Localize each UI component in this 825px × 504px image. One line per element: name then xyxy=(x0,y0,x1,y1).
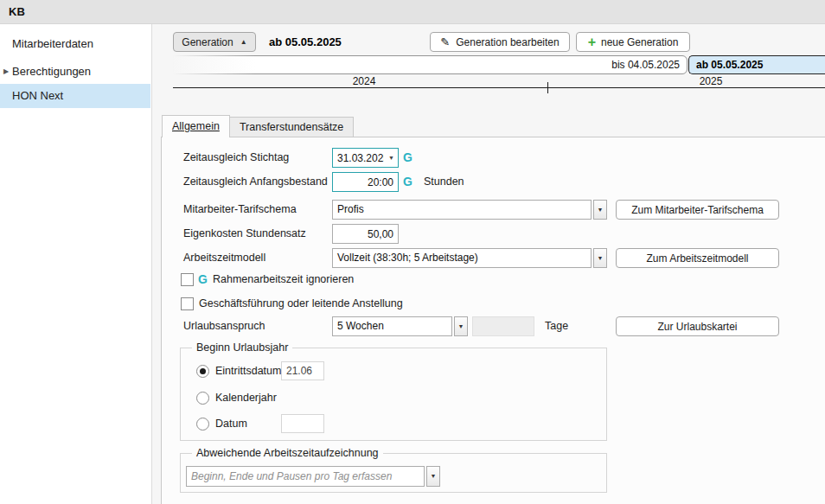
tarifschema-label: Mitarbeiter-Tarifschema xyxy=(183,200,297,220)
kalenderjahr-label: Kalenderjahr xyxy=(215,392,277,404)
arbeitszeitmodell-combobox[interactable]: Vollzeit (38:30h; 5 Arbeitstage) xyxy=(332,248,592,268)
timeline-segment-previous[interactable]: bis 04.05.2025 xyxy=(173,55,688,74)
tab-label: Allgemein xyxy=(172,120,220,132)
urlaubsanspruch-value: 5 Wochen xyxy=(337,320,384,332)
anfangsbestand-input[interactable] xyxy=(332,172,399,192)
chevron-down-icon[interactable]: ▼ xyxy=(388,149,394,167)
button-label: Zum Arbeitszeitmodell xyxy=(646,252,748,265)
eigenkosten-input[interactable] xyxy=(332,224,399,244)
sidebar-item-label: HON Next xyxy=(12,89,63,102)
beginn-urlaubsjahr-legend: Beginn Urlaubsjahr xyxy=(192,341,292,355)
urlaubsanspruch-label: Urlaubsanspruch xyxy=(183,316,265,336)
eintrittsdatum-label: Eintrittsdatum xyxy=(215,365,281,377)
title-bar: KB xyxy=(0,0,825,24)
zum-arbeitszeitmodell-button[interactable]: Zum Arbeitszeitmodell xyxy=(616,248,779,268)
generation-button-label: Generation xyxy=(182,36,233,48)
timeline-segment-label: ab 05.05.2025 xyxy=(696,59,763,71)
timeline-segment-label: bis 04.05.2025 xyxy=(611,59,680,71)
app-window: KB Mitarbeiterdaten ▶ Berechtigungen HON… xyxy=(0,0,825,504)
datum-input[interactable] xyxy=(281,414,324,433)
plus-icon: + xyxy=(588,35,596,49)
new-generation-label: neue Generation xyxy=(601,36,678,48)
beginn-urlaubsjahr-group: Beginn Urlaubsjahr Eintrittsdatum Kalend… xyxy=(180,348,607,441)
sidebar-item-berechtigungen[interactable]: ▶ Berechtigungen xyxy=(0,61,150,83)
tarifschema-dropdown-button[interactable]: ▼ xyxy=(593,200,607,220)
edit-generation-button[interactable]: ✎ Generation bearbeiten xyxy=(430,32,570,52)
pencil-icon: ✎ xyxy=(440,35,450,48)
tarifschema-value: Profis xyxy=(337,203,364,215)
year-label-2024: 2024 xyxy=(338,75,390,87)
arbeitszeitaufzeichnung-combobox[interactable]: Beginn, Ende und Pausen pro Tag erfassen xyxy=(186,466,425,487)
zur-urlaubskartei-button[interactable]: Zur Urlaubskartei xyxy=(616,316,779,336)
kalenderjahr-radio[interactable] xyxy=(196,392,209,405)
edit-generation-label: Generation bearbeiten xyxy=(456,36,559,48)
eigenkosten-value[interactable] xyxy=(333,225,398,243)
geschaeftsfuehrung-row: Geschäftsführung oder leitende Anstellun… xyxy=(181,297,403,310)
sidebar-item-hon-next[interactable]: HON Next xyxy=(0,84,150,108)
timeline-fade xyxy=(173,55,255,74)
tab-strip: Allgemein Transferstundensätze xyxy=(162,115,354,137)
sidebar-item-mitarbeiterdaten[interactable]: Mitarbeiterdaten xyxy=(0,33,150,55)
tarifschema-combobox[interactable]: Profis xyxy=(332,200,592,220)
timeline-segment-current[interactable]: ab 05.05.2025 xyxy=(688,55,825,74)
generation-dropdown-button[interactable]: Generation ▲ xyxy=(173,32,256,52)
arbeitszeitmodell-label: Arbeitszeitmodell xyxy=(183,248,265,268)
arbeitszeitaufzeichnung-placeholder: Beginn, Ende und Pausen pro Tag erfassen xyxy=(191,470,392,482)
datum-option: Datum xyxy=(196,413,247,434)
eintrittsdatum-value[interactable] xyxy=(282,362,323,380)
tab-label: Transferstundensätze xyxy=(240,121,343,133)
eintrittsdatum-radio[interactable] xyxy=(196,365,209,378)
urlaubstage-input-disabled xyxy=(472,316,534,336)
active-generation-label: ab 05.05.2025 xyxy=(269,32,342,52)
eintrittsdatum-input[interactable] xyxy=(281,361,324,380)
chevron-up-icon: ▲ xyxy=(240,38,247,46)
abweichende-legend: Abweichende Arbeitszeitaufzeichnung xyxy=(192,446,383,461)
expand-arrow-icon[interactable]: ▶ xyxy=(3,61,9,83)
global-indicator-g: G xyxy=(198,272,210,286)
datum-radio[interactable] xyxy=(196,418,209,431)
arbeitszeitmodell-value: Vollzeit (38:30h; 5 Arbeitstage) xyxy=(337,252,478,264)
stunden-unit-label: Stunden xyxy=(424,172,464,192)
zum-mitarbeiter-tarifschema-button[interactable]: Zum Mitarbeiter-Tarifschema xyxy=(616,200,779,220)
tage-unit-label: Tage xyxy=(545,316,568,336)
kalenderjahr-option: Kalenderjahr xyxy=(196,387,277,408)
stichtag-input[interactable]: ▼ xyxy=(332,148,399,168)
eintrittsdatum-option: Eintrittsdatum xyxy=(196,360,281,381)
timeline-year-tick xyxy=(547,82,548,93)
sidebar-item-label: Mitarbeiterdaten xyxy=(12,37,93,50)
urlaubsanspruch-combobox[interactable]: 5 Wochen xyxy=(332,316,452,336)
button-label: Zur Urlaubskartei xyxy=(657,321,737,333)
sidebar-item-label: Berechtigungen xyxy=(12,65,91,78)
new-generation-button[interactable]: + neue Generation xyxy=(576,32,690,52)
button-label: Zum Mitarbeiter-Tarifschema xyxy=(631,204,764,216)
tab-transferstundensaetze[interactable]: Transferstundensätze xyxy=(230,117,354,137)
year-label-2025: 2025 xyxy=(685,75,737,87)
rahmenarbeitszeit-row: G Rahmenarbeitszeit ignorieren xyxy=(181,272,354,286)
global-indicator-g: G xyxy=(403,148,417,168)
datum-value[interactable] xyxy=(282,415,323,432)
datum-label: Datum xyxy=(215,418,247,430)
abweichende-arbeitszeitaufzeichnung-group: Abweichende Arbeitszeitaufzeichnung Begi… xyxy=(180,453,607,493)
arbeitszeitaufzeichnung-dropdown-button[interactable]: ▼ xyxy=(426,466,440,487)
geschaeftsfuehrung-label: Geschäftsführung oder leitende Anstellun… xyxy=(199,297,403,309)
geschaeftsfuehrung-checkbox[interactable] xyxy=(181,297,194,310)
anfangsbestand-label: Zeitausgleich Anfangsbestand xyxy=(183,172,328,192)
window-title: KB xyxy=(9,0,25,23)
arbeitszeitmodell-dropdown-button[interactable]: ▼ xyxy=(593,248,607,268)
stichtag-label: Zeitausgleich Stichtag xyxy=(183,148,289,168)
sidebar: Mitarbeiterdaten ▶ Berechtigungen HON Ne… xyxy=(0,24,152,504)
global-indicator-g: G xyxy=(403,172,417,192)
rahmenarbeitszeit-checkbox[interactable] xyxy=(181,273,194,286)
tab-allgemein[interactable]: Allgemein xyxy=(162,115,230,137)
eigenkosten-label: Eigenkosten Stundensatz xyxy=(183,224,306,244)
urlaubsanspruch-dropdown-button[interactable]: ▼ xyxy=(454,316,468,336)
anfangsbestand-value[interactable] xyxy=(333,173,398,191)
rahmenarbeitszeit-label: Rahmenarbeitszeit ignorieren xyxy=(213,273,354,285)
timeline-axis xyxy=(173,87,825,88)
